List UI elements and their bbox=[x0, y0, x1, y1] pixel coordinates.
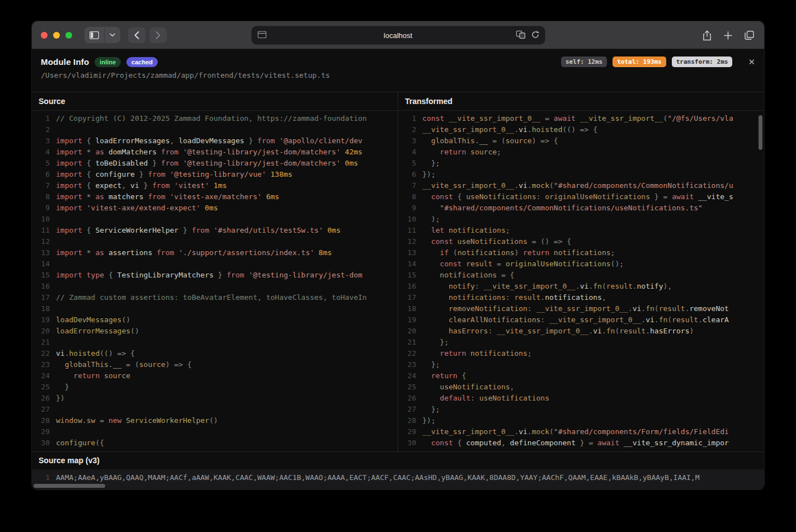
reload-icon[interactable] bbox=[531, 30, 539, 39]
token: clearA bbox=[703, 316, 729, 324]
line-number: 19 bbox=[398, 314, 416, 326]
code-line: 8 const { useNotifications: originalUseN… bbox=[398, 191, 764, 203]
line-number: 1 bbox=[32, 113, 50, 124]
translate-icon[interactable] bbox=[516, 30, 525, 39]
horizontal-scrollbar[interactable] bbox=[34, 484, 105, 488]
line-number: 30 bbox=[32, 437, 50, 449]
token: 8ms bbox=[314, 248, 332, 257]
token: ) => { bbox=[532, 136, 558, 145]
line-number: 14 bbox=[32, 258, 50, 270]
code-line: 19loadDevMessages() bbox=[32, 314, 398, 326]
token: fn bbox=[593, 282, 602, 290]
token: __vite_ssr_import_0__ bbox=[422, 427, 514, 436]
token: } bbox=[178, 226, 191, 234]
token: result bbox=[672, 316, 698, 324]
close-panel-button[interactable]: ✕ bbox=[748, 58, 755, 66]
zoom-window-button[interactable] bbox=[65, 32, 72, 39]
token: { bbox=[104, 271, 117, 279]
token: new bbox=[109, 416, 121, 425]
line-content: AAMA;AAeA,yBAAG,QAAQ,MAAM;AACf,aAAW,KAAK… bbox=[50, 472, 700, 483]
token: , bbox=[170, 136, 179, 145]
line-number: 27 bbox=[398, 404, 416, 415]
website-icon bbox=[257, 31, 266, 38]
token: }; bbox=[422, 360, 440, 369]
token: __ bbox=[479, 136, 488, 145]
line-number: 5 bbox=[32, 158, 50, 169]
line-number: 6 bbox=[32, 169, 50, 180]
token: __vite_ssr_import_0__ bbox=[549, 316, 641, 324]
line-number: 9 bbox=[32, 203, 50, 214]
token: mock bbox=[532, 427, 549, 436]
code-line: 21 bbox=[32, 337, 398, 348]
token: source bbox=[139, 360, 166, 369]
address-bar[interactable]: localhost bbox=[251, 26, 545, 44]
forward-button[interactable] bbox=[149, 27, 167, 43]
browser-window: localhost bbox=[32, 21, 764, 489]
token: = bbox=[95, 416, 108, 425]
token: loadDevMessages bbox=[56, 316, 121, 324]
minimize-window-button[interactable] bbox=[53, 32, 60, 39]
token: ( bbox=[602, 282, 606, 290]
share-icon[interactable] bbox=[703, 30, 712, 41]
line-number: 2 bbox=[32, 124, 50, 135]
token: * bbox=[82, 148, 95, 156]
code-line: 23 }; bbox=[398, 359, 764, 370]
code-line: 18 bbox=[32, 303, 398, 314]
token: originalUseNotifications bbox=[545, 192, 650, 201]
code-line: 27 }; bbox=[398, 404, 764, 415]
token: { bbox=[82, 136, 95, 145]
vertical-scrollbar[interactable] bbox=[759, 115, 762, 150]
sidebar-menu-button[interactable] bbox=[105, 27, 120, 43]
token: () bbox=[121, 316, 130, 324]
badge-inline: inline bbox=[95, 57, 121, 67]
sidebar-toggle-button[interactable] bbox=[84, 27, 104, 43]
close-window-button[interactable] bbox=[41, 32, 48, 39]
line-content: default: useNotifications bbox=[416, 393, 549, 404]
token: __vite_s bbox=[694, 192, 733, 201]
code-panels: Source 1// Copyright (C) 2012-2025 Zamma… bbox=[32, 92, 764, 452]
token: . bbox=[109, 360, 113, 369]
token: __vite_ssr_import_0__ bbox=[536, 304, 628, 313]
tab-overview-icon[interactable] bbox=[745, 31, 754, 40]
line-number: 25 bbox=[398, 382, 416, 393]
line-content: vi.hoisted(() => { bbox=[50, 348, 135, 359]
token: () bbox=[209, 416, 218, 425]
code-line: 28}); bbox=[398, 415, 764, 426]
line-number: 26 bbox=[32, 393, 50, 404]
token: . bbox=[646, 327, 650, 335]
token: notifications bbox=[444, 226, 506, 234]
new-tab-icon[interactable] bbox=[724, 31, 732, 40]
token: vi bbox=[519, 181, 527, 190]
code-line: 11 let notifications; bbox=[398, 225, 764, 236]
line-number: 5 bbox=[398, 158, 416, 169]
line-number: 29 bbox=[32, 426, 50, 437]
token: vi bbox=[519, 125, 527, 134]
token: { bbox=[82, 170, 95, 178]
line-number: 9 bbox=[398, 203, 416, 214]
token: source bbox=[506, 136, 532, 145]
token: import bbox=[56, 148, 82, 156]
token: = () => { bbox=[527, 237, 571, 246]
token: . bbox=[540, 293, 545, 302]
token: { bbox=[82, 226, 95, 234]
code-line: 2__vite_ssr_import_0__.vi.hoisted(() => … bbox=[398, 124, 764, 135]
token: mock bbox=[532, 181, 549, 190]
token: : bbox=[536, 192, 545, 201]
token: result bbox=[461, 260, 492, 268]
line-content bbox=[50, 426, 56, 437]
line-number: 26 bbox=[398, 393, 416, 404]
line-number: 10 bbox=[32, 214, 50, 225]
token: removeNotification bbox=[422, 304, 527, 313]
token: '@testing-library/jest-dom/matchers' bbox=[178, 148, 341, 156]
line-number: 20 bbox=[398, 326, 416, 337]
token: expect bbox=[95, 181, 121, 190]
token bbox=[56, 360, 65, 369]
token: notify bbox=[637, 282, 663, 290]
line-content: const __vite_ssr_import_0__ = await __vi… bbox=[416, 113, 733, 124]
token: = ( bbox=[121, 360, 139, 369]
code-line: 10 ); bbox=[398, 214, 764, 225]
token: 6ms bbox=[262, 192, 279, 201]
line-number: 22 bbox=[398, 348, 416, 359]
line-number: 3 bbox=[398, 135, 416, 147]
back-button[interactable] bbox=[128, 27, 145, 43]
